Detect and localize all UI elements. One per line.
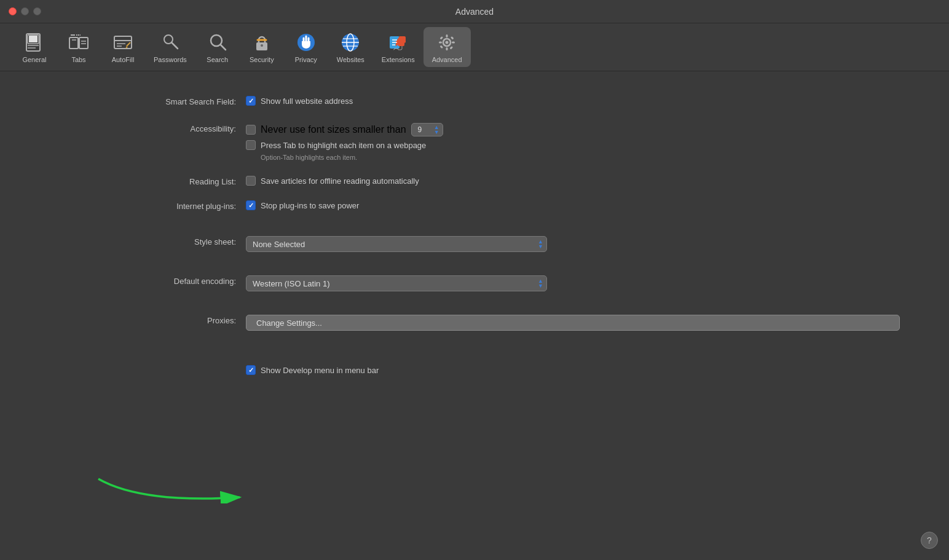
save-articles-row: Save articles for offline reading automa… bbox=[246, 176, 900, 186]
style-sheet-select-wrapper: None Selected ▲ ▼ bbox=[246, 236, 547, 252]
green-arrow-svg bbox=[92, 473, 264, 503]
default-encoding-select-wrapper: Western (ISO Latin 1) Unicode (UTF-8) Ja… bbox=[246, 275, 547, 291]
separator-2 bbox=[0, 258, 949, 269]
smart-search-control: Show full website address bbox=[246, 96, 900, 106]
internet-plugins-label: Internet plug-ins: bbox=[49, 200, 246, 211]
save-articles-text: Save articles for offline reading automa… bbox=[261, 176, 419, 186]
never-use-font-row: Never use font sizes smaller than 9 10 1… bbox=[246, 123, 900, 136]
autofill-icon bbox=[111, 31, 135, 54]
svg-point-37 bbox=[446, 41, 449, 44]
tab-tabs-label: Tabs bbox=[71, 56, 85, 63]
svg-rect-5 bbox=[69, 37, 78, 49]
reading-list-control: Save articles for offline reading automa… bbox=[246, 176, 900, 186]
tab-websites[interactable]: Websites bbox=[328, 27, 373, 67]
accessibility-hint: Option-Tab highlights each item. bbox=[246, 154, 900, 161]
svg-rect-44 bbox=[440, 45, 444, 49]
privacy-icon bbox=[294, 31, 318, 54]
press-tab-row: Press Tab to highlight each item on a we… bbox=[246, 140, 900, 150]
default-encoding-control: Western (ISO Latin 1) Unicode (UTF-8) Ja… bbox=[246, 275, 900, 291]
tab-privacy[interactable]: Privacy bbox=[284, 27, 328, 67]
tab-advanced-label: Advanced bbox=[432, 56, 462, 63]
svg-rect-40 bbox=[439, 42, 442, 44]
tab-security-label: Security bbox=[250, 56, 274, 63]
press-tab-checkbox[interactable] bbox=[246, 140, 256, 150]
proxies-row: Proxies: Change Settings... bbox=[0, 309, 949, 337]
content-area: Smart Search Field: Show full website ad… bbox=[0, 71, 949, 402]
proxies-control: Change Settings... bbox=[246, 315, 900, 331]
svg-rect-8 bbox=[79, 37, 88, 49]
style-sheet-select[interactable]: None Selected bbox=[246, 236, 547, 252]
show-full-address-text: Show full website address bbox=[261, 97, 353, 106]
help-button[interactable]: ? bbox=[921, 532, 938, 549]
tab-tabs[interactable]: Tabs bbox=[57, 27, 101, 67]
style-sheet-row: Style sheet: None Selected ▲ ▼ bbox=[0, 230, 949, 258]
save-articles-checkbox[interactable] bbox=[246, 176, 256, 186]
svg-line-21 bbox=[175, 46, 176, 47]
maximize-button[interactable] bbox=[33, 7, 41, 15]
stop-plugins-row: Stop plug-ins to save power bbox=[246, 200, 900, 210]
minimize-button[interactable] bbox=[21, 7, 29, 15]
toolbar: General Tabs bbox=[0, 23, 949, 71]
svg-point-25 bbox=[261, 44, 263, 47]
develop-menu-label bbox=[49, 365, 246, 366]
stop-plugins-text: Stop plug-ins to save power bbox=[261, 201, 359, 210]
search-icon bbox=[206, 31, 229, 54]
general-icon bbox=[23, 31, 46, 54]
reading-list-row: Reading List: Save articles for offline … bbox=[0, 170, 949, 194]
internet-plugins-row: Internet plug-ins: Stop plug-ins to save… bbox=[0, 194, 949, 219]
tab-general[interactable]: General bbox=[12, 27, 57, 67]
tab-search[interactable]: Search bbox=[195, 27, 240, 67]
titlebar: Advanced bbox=[0, 0, 949, 23]
show-develop-text: Show Develop menu in menu bar bbox=[261, 366, 379, 375]
advanced-icon bbox=[435, 31, 459, 54]
window-title: Advanced bbox=[455, 7, 494, 17]
security-icon bbox=[250, 31, 274, 54]
default-encoding-row: Default encoding: Western (ISO Latin 1) … bbox=[0, 269, 949, 298]
tab-passwords[interactable]: Passwords bbox=[145, 27, 195, 67]
smart-search-field-row: Smart Search Field: Show full website ad… bbox=[0, 90, 949, 114]
tab-extensions[interactable]: Extensions bbox=[373, 27, 423, 67]
passwords-icon bbox=[159, 31, 182, 54]
tab-autofill[interactable]: AutoFill bbox=[101, 27, 145, 67]
svg-rect-12 bbox=[114, 36, 132, 49]
show-full-address-checkbox[interactable] bbox=[246, 96, 256, 106]
tabs-icon bbox=[67, 31, 90, 54]
separator-3 bbox=[0, 298, 949, 309]
close-button[interactable] bbox=[9, 7, 17, 15]
smart-search-label: Smart Search Field: bbox=[49, 96, 246, 106]
proxies-label: Proxies: bbox=[49, 315, 246, 325]
develop-menu-control: Show Develop menu in menu bar bbox=[246, 365, 900, 375]
tab-passwords-label: Passwords bbox=[154, 56, 187, 63]
accessibility-row: Accessibility: Never use font sizes smal… bbox=[0, 114, 949, 170]
accessibility-label: Accessibility: bbox=[49, 123, 246, 133]
separator-5 bbox=[0, 348, 949, 359]
arrow-annotation bbox=[92, 473, 264, 503]
default-encoding-select[interactable]: Western (ISO Latin 1) Unicode (UTF-8) Ja… bbox=[246, 275, 547, 291]
reading-list-label: Reading List: bbox=[49, 176, 246, 186]
press-tab-text: Press Tab to highlight each item on a we… bbox=[261, 141, 426, 150]
style-sheet-label: Style sheet: bbox=[49, 236, 246, 246]
tab-websites-label: Websites bbox=[337, 56, 364, 63]
never-use-font-text: Never use font sizes smaller than bbox=[261, 124, 406, 135]
traffic-lights bbox=[9, 7, 41, 15]
svg-rect-39 bbox=[446, 47, 448, 50]
tab-security[interactable]: Security bbox=[240, 27, 284, 67]
stop-plugins-checkbox[interactable] bbox=[246, 200, 256, 210]
svg-rect-45 bbox=[451, 36, 454, 40]
default-encoding-label: Default encoding: bbox=[49, 275, 246, 286]
show-full-address-row: Show full website address bbox=[246, 96, 900, 106]
svg-line-23 bbox=[221, 45, 226, 50]
develop-menu-row: Show Develop menu in menu bar bbox=[0, 359, 949, 384]
websites-icon bbox=[339, 31, 362, 54]
style-sheet-control: None Selected ▲ ▼ bbox=[246, 236, 900, 252]
svg-rect-42 bbox=[440, 36, 444, 40]
font-size-select-wrapper: 9 10 11 12 14 ▲ ▼ bbox=[411, 123, 443, 136]
show-develop-checkbox[interactable] bbox=[246, 365, 256, 375]
extensions-icon bbox=[387, 31, 410, 54]
svg-rect-41 bbox=[452, 42, 455, 44]
font-size-select[interactable]: 9 10 11 12 14 bbox=[411, 123, 443, 136]
tab-advanced[interactable]: Advanced bbox=[423, 27, 471, 67]
never-use-font-checkbox[interactable] bbox=[246, 125, 256, 135]
svg-rect-43 bbox=[450, 46, 454, 50]
change-settings-button[interactable]: Change Settings... bbox=[246, 315, 900, 331]
